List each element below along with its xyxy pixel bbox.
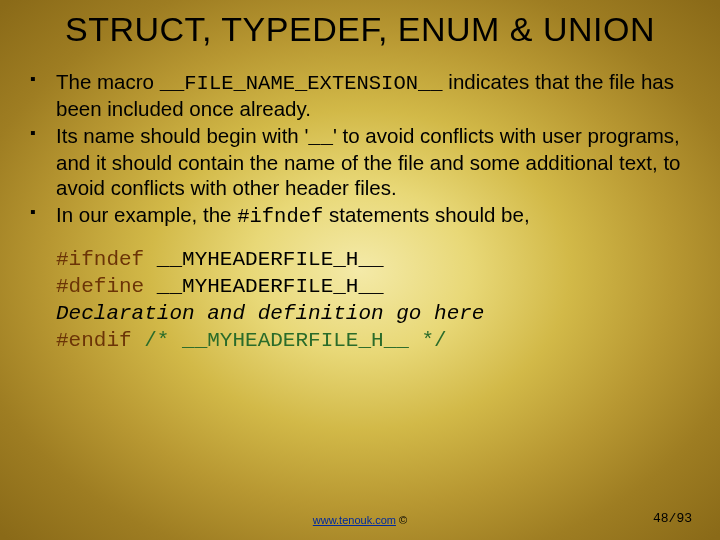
- bullet-text-pre: The macro: [56, 70, 160, 93]
- bullet-code: #ifndef: [237, 205, 323, 228]
- bullet-code: __FILE_NAME_EXTENSION__: [160, 72, 443, 95]
- macro-name: __MYHEADERFILE_H__: [157, 275, 384, 298]
- bullet-text-pre: In our example, the: [56, 203, 237, 226]
- slide-title: STRUCT, TYPEDEF, ENUM & UNION: [0, 0, 720, 49]
- code-line: #ifndef __MYHEADERFILE_H__: [56, 247, 682, 274]
- code-line: #endif /* __MYHEADERFILE_H__ */: [56, 328, 682, 355]
- preproc-directive: #define: [56, 275, 157, 298]
- slide: STRUCT, TYPEDEF, ENUM & UNION The macro …: [0, 0, 720, 540]
- footer-center: www.tenouk.com ©: [313, 514, 407, 526]
- bullet-item: In our example, the #ifndef statements s…: [24, 202, 682, 229]
- bullet-text-pre: Its name should begin with ': [56, 124, 308, 147]
- code-line: #define __MYHEADERFILE_H__: [56, 274, 682, 301]
- code-block: #ifndef __MYHEADERFILE_H__ #define __MYH…: [56, 247, 682, 355]
- bullet-item: Its name should begin with '__' to avoid…: [24, 123, 682, 200]
- slide-content: The macro __FILE_NAME_EXTENSION__ indica…: [0, 49, 720, 355]
- bullet-list: The macro __FILE_NAME_EXTENSION__ indica…: [24, 69, 682, 229]
- bullet-code: __: [308, 126, 333, 149]
- preproc-directive: #endif: [56, 329, 144, 352]
- macro-name: __MYHEADERFILE_H__: [157, 248, 384, 271]
- code-comment: /* __MYHEADERFILE_H__ */: [144, 329, 446, 352]
- footer-link[interactable]: www.tenouk.com: [313, 514, 396, 526]
- page-number: 48/93: [653, 511, 692, 526]
- preproc-directive: #ifndef: [56, 248, 157, 271]
- footer-copyright: ©: [396, 514, 407, 526]
- bullet-item: The macro __FILE_NAME_EXTENSION__ indica…: [24, 69, 682, 121]
- code-comment-line: Declaration and definition go here: [56, 301, 682, 328]
- bullet-text-post: statements should be,: [323, 203, 529, 226]
